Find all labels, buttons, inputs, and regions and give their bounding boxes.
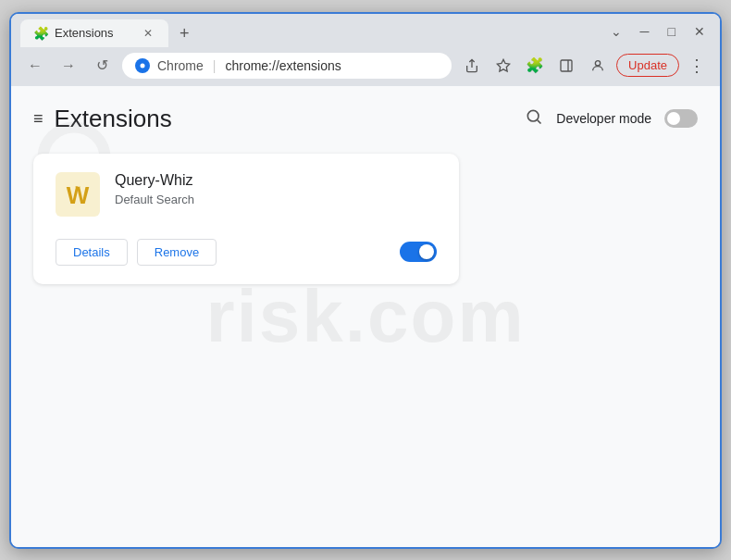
forward-button[interactable]: → — [56, 53, 81, 79]
tab-puzzle-icon: 🧩 — [33, 26, 49, 41]
remove-button[interactable]: Remove — [137, 239, 217, 266]
extension-name: Query-Whiz — [115, 172, 437, 189]
back-button[interactable]: ← — [22, 53, 48, 79]
toolbar-icons: 🧩 Update ⋮ — [459, 53, 709, 79]
header-right: Developer mode — [525, 107, 698, 131]
extensions-grid: W ~ Query-Whiz Default Search Details Re… — [11, 144, 720, 293]
browser-window: 🧩 Extensions ✕ + ⌄ ─ □ ✕ ← → ↺ Chrome — [9, 12, 722, 549]
close-button[interactable]: ✕ — [688, 22, 711, 41]
card-top: W ~ Query-Whiz Default Search — [56, 172, 437, 217]
hamburger-menu-button[interactable]: ≡ — [33, 109, 43, 129]
svg-line-8 — [538, 119, 541, 123]
developer-mode-toggle[interactable] — [664, 109, 698, 128]
page-content: risk.com ≡ Extensions Developer mode — [11, 86, 720, 547]
address-bar: ← → ↺ Chrome | chrome://extensions — [11, 47, 720, 86]
extension-card: W ~ Query-Whiz Default Search Details Re… — [33, 154, 459, 284]
chevron-down-button[interactable]: ⌄ — [605, 22, 627, 41]
extension-description: Default Search — [115, 193, 437, 206]
reload-button[interactable]: ↺ — [89, 53, 115, 79]
sidebar-button[interactable] — [553, 53, 579, 79]
maximize-button[interactable]: □ — [663, 22, 681, 41]
svg-rect-2 — [561, 60, 572, 71]
update-button[interactable]: Update — [616, 54, 679, 77]
extensions-header: ≡ Extensions Developer mode — [11, 86, 720, 144]
bookmark-button[interactable] — [490, 53, 516, 79]
svg-point-4 — [595, 60, 600, 65]
new-tab-button[interactable]: + — [172, 20, 197, 47]
svg-point-7 — [528, 110, 539, 121]
minimize-button[interactable]: ─ — [635, 22, 655, 41]
extension-toggle-wrapper[interactable] — [400, 242, 437, 262]
tabs-row: 🧩 Extensions ✕ + — [20, 19, 605, 47]
svg-point-1 — [141, 63, 145, 68]
tab-label: Extensions — [55, 26, 114, 40]
extension-icon: W ~ — [56, 172, 100, 217]
active-tab[interactable]: 🧩 Extensions ✕ — [20, 19, 168, 47]
menu-button[interactable]: ⋮ — [685, 54, 709, 78]
details-button[interactable]: Details — [56, 239, 128, 266]
search-button[interactable] — [525, 107, 543, 131]
card-actions: Details Remove — [56, 239, 437, 266]
url-separator: | — [213, 58, 217, 73]
svg-text:~: ~ — [75, 182, 81, 193]
tab-close-button[interactable]: ✕ — [141, 26, 155, 41]
extension-info: Query-Whiz Default Search — [115, 172, 437, 206]
url-bar[interactable]: Chrome | chrome://extensions — [122, 53, 452, 79]
url-path: chrome://extensions — [225, 58, 341, 73]
share-button[interactable] — [459, 53, 485, 79]
extension-enabled-toggle[interactable] — [400, 242, 437, 262]
page-title: Extensions — [55, 105, 172, 133]
title-bar: 🧩 Extensions ✕ + ⌄ ─ □ ✕ — [11, 14, 720, 47]
chrome-label: Chrome — [157, 58, 204, 73]
site-favicon — [135, 58, 150, 73]
extensions-button[interactable]: 🧩 — [522, 53, 548, 79]
profile-button[interactable] — [585, 53, 611, 79]
developer-mode-label: Developer mode — [556, 111, 651, 126]
header-left: ≡ Extensions — [33, 105, 172, 133]
window-controls: ⌄ ─ □ ✕ — [605, 22, 711, 44]
